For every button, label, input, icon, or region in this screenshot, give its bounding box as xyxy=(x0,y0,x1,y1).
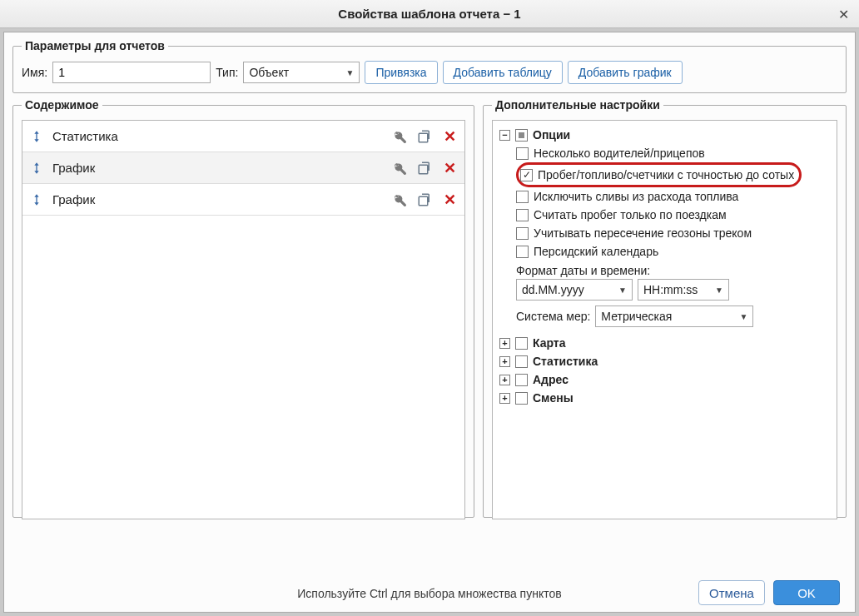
params-legend: Параметры для отчетов xyxy=(22,39,168,52)
measure-value: Метрическая xyxy=(601,310,672,323)
expand-icon[interactable]: + xyxy=(499,356,510,367)
copy-icon[interactable] xyxy=(416,128,433,145)
content-item[interactable]: График✕ xyxy=(22,152,464,184)
expand-icon[interactable]: + xyxy=(499,393,510,404)
content-item[interactable]: Статистика✕ xyxy=(22,121,464,152)
settings-group: +Карта xyxy=(499,334,830,352)
content-fieldset: Содержимое Статистика✕График✕График✕ xyxy=(12,98,474,518)
option-label: Несколько водителей/прицепов xyxy=(534,144,705,162)
caret-down-icon: ▼ xyxy=(715,286,723,295)
content-item-label: Статистика xyxy=(52,129,383,143)
wrench-icon[interactable] xyxy=(391,128,408,145)
group-label: Статистика xyxy=(533,352,598,370)
dialog-body: Параметры для отчетов Имя: Тип: Объект ▼… xyxy=(3,32,856,613)
time-format-select[interactable]: HH:mm:ss ▼ xyxy=(638,279,729,301)
wrench-icon[interactable] xyxy=(391,160,408,176)
wrench-icon[interactable] xyxy=(391,191,408,208)
settings-group: +Смены xyxy=(499,389,830,407)
option-label: Исключить сливы из расхода топлива xyxy=(534,187,738,206)
add-table-button[interactable]: Добавить таблицу xyxy=(443,61,563,84)
content-legend: Содержимое xyxy=(22,98,102,112)
options-checkbox[interactable] xyxy=(515,129,528,142)
bind-button[interactable]: Привязка xyxy=(365,61,437,84)
drag-handle-icon[interactable] xyxy=(29,192,44,207)
settings-legend: Дополнительные настройки xyxy=(492,98,663,112)
drag-handle-icon[interactable] xyxy=(29,129,44,144)
options-children: Несколько водителей/прицеповПробег/топли… xyxy=(516,144,830,261)
content-list: Статистика✕График✕График✕ xyxy=(22,120,465,519)
option-checkbox[interactable] xyxy=(516,227,529,240)
option-row: Исключить сливы из расхода топлива xyxy=(516,187,830,206)
drag-handle-icon[interactable] xyxy=(29,161,44,176)
option-label: Считать пробег только по поездкам xyxy=(534,206,727,224)
option-label: Персидский календарь xyxy=(534,242,658,261)
delete-icon[interactable]: ✕ xyxy=(441,160,458,176)
settings-panel: − Опции Несколько водителей/прицеповПроб… xyxy=(492,120,837,519)
option-row: Считать пробег только по поездкам xyxy=(516,206,830,224)
content-item-label: График xyxy=(52,192,383,206)
option-checkbox[interactable] xyxy=(516,246,529,258)
group-checkbox[interactable] xyxy=(515,392,528,405)
close-button[interactable]: ✕ xyxy=(834,5,852,23)
option-checkbox[interactable] xyxy=(516,209,529,221)
group-label: Адрес xyxy=(533,370,569,389)
expand-icon[interactable]: + xyxy=(499,338,510,349)
option-checkbox[interactable] xyxy=(516,147,529,160)
option-label: Пробег/топливо/счетчики с точностью до с… xyxy=(538,166,794,184)
option-row: Персидский календарь xyxy=(516,242,830,261)
type-label: Тип: xyxy=(216,66,238,79)
group-checkbox[interactable] xyxy=(515,374,528,386)
date-format-label: Формат даты и времени: xyxy=(516,261,830,279)
time-format-value: HH:mm:ss xyxy=(643,283,698,296)
cancel-button[interactable]: Отмена xyxy=(698,580,765,605)
window-title: Свойства шаблона отчета − 1 xyxy=(338,7,520,21)
name-label: Имя: xyxy=(22,66,47,79)
settings-fieldset: Дополнительные настройки − Опции Несколь… xyxy=(483,98,847,518)
caret-down-icon: ▼ xyxy=(739,312,747,321)
params-fieldset: Параметры для отчетов Имя: Тип: Объект ▼… xyxy=(12,39,847,93)
option-checkbox[interactable] xyxy=(516,191,529,203)
collapse-icon[interactable]: − xyxy=(499,130,510,141)
settings-group: +Адрес xyxy=(499,370,830,389)
option-row: Пробег/топливо/счетчики с точностью до с… xyxy=(516,162,830,187)
option-label: Учитывать пересечение геозоны треком xyxy=(534,224,752,242)
caret-down-icon: ▼ xyxy=(346,68,355,77)
group-checkbox[interactable] xyxy=(515,337,528,350)
name-input[interactable] xyxy=(52,62,211,83)
group-label: Карта xyxy=(533,334,566,352)
measure-label: Система мер: xyxy=(516,310,590,323)
date-format-select[interactable]: dd.MM.yyyy ▼ xyxy=(516,279,633,301)
copy-icon[interactable] xyxy=(416,191,433,208)
titlebar: Свойства шаблона отчета − 1 ✕ xyxy=(0,0,859,28)
option-row: Учитывать пересечение геозоны треком xyxy=(516,224,830,242)
group-checkbox[interactable] xyxy=(515,355,528,368)
date-format-value: dd.MM.yyyy xyxy=(522,283,584,296)
expand-icon[interactable]: + xyxy=(499,375,510,385)
group-label: Смены xyxy=(533,389,573,407)
measure-select[interactable]: Метрическая ▼ xyxy=(595,306,753,327)
option-checkbox[interactable] xyxy=(520,169,533,181)
delete-icon[interactable]: ✕ xyxy=(441,128,458,145)
highlighted-option: Пробег/топливо/счетчики с точностью до с… xyxy=(516,162,802,187)
copy-icon[interactable] xyxy=(416,160,433,176)
option-row: Несколько водителей/прицепов xyxy=(516,144,830,162)
settings-group: +Статистика xyxy=(499,352,830,370)
caret-down-icon: ▼ xyxy=(618,286,627,295)
options-title: Опции xyxy=(533,126,570,144)
content-item[interactable]: График✕ xyxy=(22,184,464,216)
settings-groups: +Карта+Статистика+Адрес+Смены xyxy=(499,334,830,407)
ok-button[interactable]: OK xyxy=(773,580,840,605)
content-item-label: График xyxy=(52,161,383,175)
close-icon: ✕ xyxy=(838,7,849,22)
add-chart-button[interactable]: Добавить график xyxy=(568,61,683,84)
delete-icon[interactable]: ✕ xyxy=(441,191,458,208)
type-select[interactable]: Объект ▼ xyxy=(243,62,360,83)
options-node: − Опции xyxy=(499,126,830,144)
type-select-value: Объект xyxy=(249,66,289,79)
